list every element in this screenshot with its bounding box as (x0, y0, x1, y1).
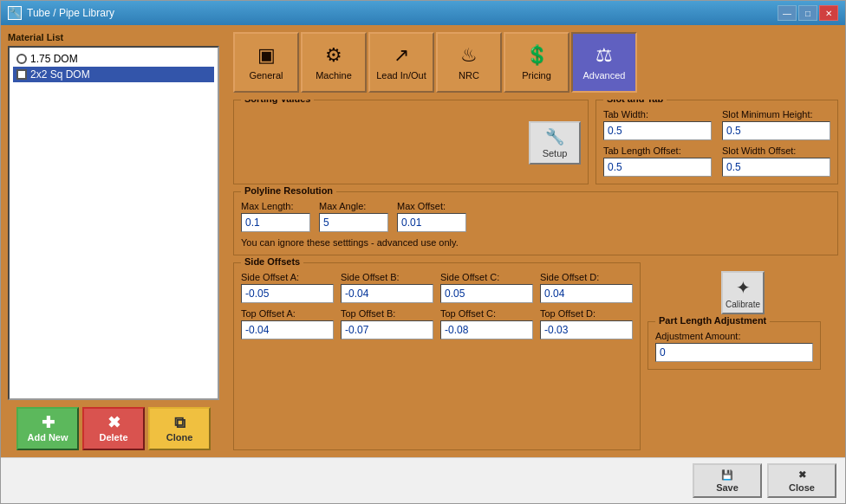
tab-length-offset-input[interactable] (603, 158, 712, 177)
slot-min-height-label: Slot Minimum Height: (722, 109, 830, 120)
title-bar: 🔧 Tube / Pipe Library — □ ✕ (1, 1, 845, 25)
minimize-button[interactable]: — (778, 5, 797, 21)
side-offsets-title: Side Offsets (241, 256, 303, 267)
tab-length-offset-field: Tab Length Offset: (603, 145, 712, 177)
tab-width-label: Tab Width: (603, 109, 712, 120)
title-bar-left: 🔧 Tube / Pipe Library (8, 6, 114, 20)
top-offset-d-input[interactable] (540, 320, 633, 339)
lead-in-out-icon: ↗ (394, 44, 409, 67)
list-item[interactable]: 1.75 DOM (13, 51, 214, 67)
top-offset-b-input[interactable] (341, 320, 433, 339)
slot-tab-fields: Tab Width: Slot Minimum Height: Tab Leng… (603, 109, 830, 177)
checkbox[interactable] (16, 69, 27, 80)
top-offset-c-input[interactable] (440, 320, 533, 339)
max-length-label: Max Length: (241, 201, 310, 211)
side-offset-b-field: Side Offset B: (341, 272, 433, 303)
list-item[interactable]: 2x2 Sq DOM (13, 67, 214, 82)
sorting-values-group: Sorting Values 🔧 Setup (233, 100, 589, 184)
max-length-input[interactable] (241, 213, 310, 232)
radio-button[interactable] (16, 54, 27, 64)
max-offset-input[interactable] (397, 213, 466, 232)
material-list-label: Material List (8, 32, 219, 42)
setup-label: Setup (543, 148, 568, 158)
side-offset-c-field: Side Offset C: (440, 272, 533, 303)
nrc-label: NRC (459, 70, 479, 81)
general-label: General (249, 70, 283, 81)
save-button[interactable]: 💾 Save (693, 463, 762, 498)
max-offset-field: Max Offset: (397, 201, 466, 232)
slot-min-height-input[interactable] (722, 121, 830, 140)
advanced-icon: ⚖ (595, 44, 613, 67)
window-close-button[interactable]: ✕ (819, 5, 838, 21)
slot-width-offset-label: Slot Width Offset: (722, 145, 830, 156)
top-offset-d-field: Top Offset D: (540, 308, 633, 339)
delete-button[interactable]: ✖ Delete (82, 407, 145, 450)
lead-in-out-label: Lead In/Out (376, 70, 426, 81)
side-offset-c-label: Side Offset C: (440, 272, 533, 282)
material-list-box[interactable]: 1.75 DOM 2x2 Sq DOM (8, 46, 219, 400)
material-name: 1.75 DOM (30, 53, 78, 65)
max-angle-field: Max Angle: (319, 201, 388, 232)
tab-machine[interactable]: ⚙ Machine (301, 32, 367, 93)
adjustment-amount-input[interactable] (655, 343, 813, 362)
tab-length-offset-label: Tab Length Offset: (603, 145, 712, 156)
tab-nrc[interactable]: ♨ NRC (436, 32, 502, 93)
top-offset-b-field: Top Offset B: (341, 308, 433, 339)
pricing-label: Pricing (522, 70, 551, 81)
top-offset-a-field: Top Offset A: (241, 308, 334, 339)
tab-pricing[interactable]: 💲 Pricing (504, 32, 569, 93)
middle-row: Polyline Resolution Max Length: Max Angl… (233, 191, 838, 255)
pricing-icon: 💲 (525, 44, 549, 67)
max-offset-label: Max Offset: (397, 201, 466, 211)
side-offsets-group: Side Offsets Side Offset A: Side Offset … (233, 262, 641, 450)
side-offset-d-field: Side Offset D: (540, 272, 633, 303)
top-offset-b-label: Top Offset B: (341, 308, 433, 319)
tab-width-input[interactable] (603, 121, 712, 140)
top-offset-c-label: Top Offset C: (440, 308, 533, 319)
top-offset-a-input[interactable] (241, 320, 334, 339)
top-offset-a-label: Top Offset A: (241, 308, 334, 319)
slot-and-tab-title: Slot and Tab (603, 100, 667, 104)
part-length-title: Part Length Adjustment (655, 315, 770, 326)
adjustment-amount-field: Adjustment Amount: (655, 331, 813, 362)
tab-general[interactable]: ▣ General (233, 32, 299, 93)
add-new-label: Add New (27, 432, 68, 443)
top-offset-c-field: Top Offset C: (440, 308, 533, 339)
side-offset-a-input[interactable] (241, 284, 334, 303)
side-offset-d-label: Side Offset D: (540, 272, 633, 282)
calibrate-label: Calibrate (726, 300, 760, 309)
close-label: Close (789, 482, 815, 493)
tab-lead-in-out[interactable]: ↗ Lead In/Out (368, 32, 434, 93)
machine-label: Machine (316, 70, 352, 81)
slot-and-tab-group: Slot and Tab Tab Width: Slot Minimum Hei… (595, 100, 838, 184)
side-offset-b-input[interactable] (341, 284, 433, 303)
part-length-group: Part Length Adjustment Adjustment Amount… (648, 321, 821, 370)
pipe-icon: 🔧 (8, 6, 22, 20)
top-row: Sorting Values 🔧 Setup Slot and Tab Tab … (233, 100, 838, 184)
polyline-resolution-group: Polyline Resolution Max Length: Max Angl… (233, 191, 838, 255)
close-button[interactable]: ✖ Close (767, 463, 836, 498)
slot-width-offset-input[interactable] (722, 158, 830, 177)
bottom-row: Side Offsets Side Offset A: Side Offset … (233, 262, 838, 450)
side-offset-d-input[interactable] (540, 284, 633, 303)
left-panel: Material List 1.75 DOM 2x2 Sq DOM ✚ Add … (1, 25, 226, 457)
tab-advanced[interactable]: ⚖ Advanced (571, 32, 637, 93)
polyline-fields: Max Length: Max Angle: Max Offset: (241, 201, 830, 232)
polyline-note: You can ignore these setttings - advance… (241, 237, 830, 248)
window-title: Tube / Pipe Library (27, 7, 114, 19)
side-offset-b-label: Side Offset B: (341, 272, 433, 282)
setup-button[interactable]: 🔧 Setup (529, 121, 581, 165)
add-new-button[interactable]: ✚ Add New (16, 407, 79, 450)
clone-button[interactable]: ⧉ Clone (148, 407, 211, 450)
maximize-button[interactable]: □ (798, 5, 817, 21)
advanced-label: Advanced (583, 70, 626, 81)
max-angle-label: Max Angle: (319, 201, 388, 211)
main-window: 🔧 Tube / Pipe Library — □ ✕ Material Lis… (0, 0, 846, 504)
delete-label: Delete (99, 432, 127, 443)
side-offset-c-input[interactable] (440, 284, 533, 303)
calibrate-icon: ✦ (736, 277, 751, 298)
max-angle-input[interactable] (319, 213, 388, 232)
calibrate-button[interactable]: ✦ Calibrate (721, 271, 765, 314)
bottom-buttons: ✚ Add New ✖ Delete ⧉ Clone (8, 407, 219, 450)
max-length-field: Max Length: (241, 201, 310, 232)
